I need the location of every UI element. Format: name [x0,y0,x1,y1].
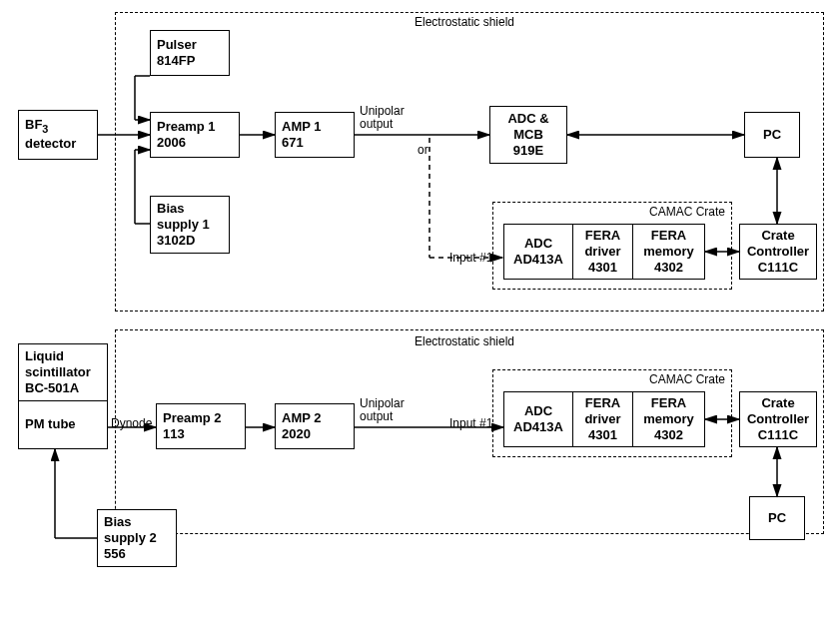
liq-l1: Liquid [25,348,101,364]
liq-l3: BC-501A [25,380,101,396]
adc413-b-l2: AD413A [513,419,563,435]
cc-b-l3: C111C [758,427,798,443]
bf3-detector: BF3 detector [18,110,98,160]
bf3-line1: BF3 [25,117,91,136]
adc413-top-l2: AD413A [513,252,563,268]
cc-b-l2: Controller [747,411,809,427]
adc413-top-l1: ADC [524,236,552,252]
preamp2-l1: Preamp 2 [163,410,239,426]
adc413-bottom: ADC AD413A [503,391,573,447]
fdrv-b-l2: driver [584,411,620,427]
fera-driver-top-l1: FERA [585,228,620,244]
bias1-l1: Bias [157,201,223,217]
pm-tube-label: PM tube [25,416,101,432]
adc-mcb-l1: ADC & [507,111,548,127]
preamp2: Preamp 2 113 [156,403,246,449]
pulser: Pulser 814FP [150,30,230,76]
amp1: AMP 1 671 [275,112,355,158]
fera-memory-top: FERA memory 4302 [633,224,705,280]
camac-bottom-label: CAMAC Crate [649,373,725,386]
bottom-unipolar: Unipolaroutput [360,397,405,423]
amp2: AMP 2 2020 [275,403,355,449]
camac-top-label: CAMAC Crate [649,206,725,219]
amp1-l2: 671 [282,135,348,151]
top-or-label: or [418,144,428,157]
bias2-l3: 556 [104,546,170,562]
adc-mcb: ADC & MCB 919E [489,106,567,164]
fdrv-b-l1: FERA [585,395,620,411]
preamp1-l2: 2006 [157,135,233,151]
fera-driver-bottom: FERA driver 4301 [573,391,633,447]
top-unipolar-label: Unipolaroutput [360,105,405,131]
fmem-b-l3: 4302 [654,427,683,443]
crate-ctrl-top-l1: Crate [761,228,794,244]
bias1-l3: 3102D [157,233,223,249]
fera-driver-top: FERA driver 4301 [573,224,633,280]
crate-ctrl-top-l3: C111C [758,260,798,276]
fera-memory-top-l2: memory [643,244,694,260]
pc-top-label: PC [763,127,781,143]
bias2-l1: Bias [104,514,170,530]
bias2: Bias supply 2 556 [97,509,177,567]
top-shield-label: Electrostatic shield [415,16,514,29]
bias1: Bias supply 1 3102D [150,196,230,254]
adc413-top: ADC AD413A [503,224,573,280]
preamp2-l2: 113 [163,426,239,442]
bottom-shield-label: Electrostatic shield [415,335,514,348]
pc-bottom: PC [749,496,805,540]
bottom-input1: Input #1 [449,417,492,430]
fera-memory-top-l3: 4302 [654,260,683,276]
dynode-label: Dynode [111,417,152,430]
pulser-l1: Pulser [157,37,223,53]
liq-l2: scintillator [25,364,101,380]
fera-driver-top-l3: 4301 [588,260,617,276]
fera-memory-top-l1: FERA [651,228,686,244]
crate-ctrl-bottom: Crate Controller C111C [739,391,817,447]
adc413-b-l1: ADC [524,403,552,419]
liquid-scintillator: Liquid scintillator BC-501A [18,343,108,401]
pulser-l2: 814FP [157,53,223,69]
adc-mcb-l3: 919E [513,143,543,159]
pc-top: PC [744,112,800,158]
fdrv-b-l3: 4301 [588,427,617,443]
top-input1: Input #1 [449,252,492,265]
amp2-l1: AMP 2 [282,410,348,426]
preamp1-l1: Preamp 1 [157,119,233,135]
bias1-l2: supply 1 [157,217,223,233]
crate-ctrl-top: Crate Controller C111C [739,224,817,280]
pc-bottom-label: PC [768,510,786,526]
crate-ctrl-top-l2: Controller [747,244,809,260]
amp1-l1: AMP 1 [282,119,348,135]
preamp1: Preamp 1 2006 [150,112,240,158]
fera-driver-top-l2: driver [584,244,620,260]
fmem-b-l2: memory [643,411,694,427]
fmem-b-l1: FERA [651,395,686,411]
fera-memory-bottom: FERA memory 4302 [633,391,705,447]
bias2-l2: supply 2 [104,530,170,546]
bf3-line2: detector [25,136,91,152]
cc-b-l1: Crate [761,395,794,411]
pm-tube: PM tube [18,401,108,449]
adc-mcb-l2: MCB [513,127,543,143]
amp2-l2: 2020 [282,426,348,442]
